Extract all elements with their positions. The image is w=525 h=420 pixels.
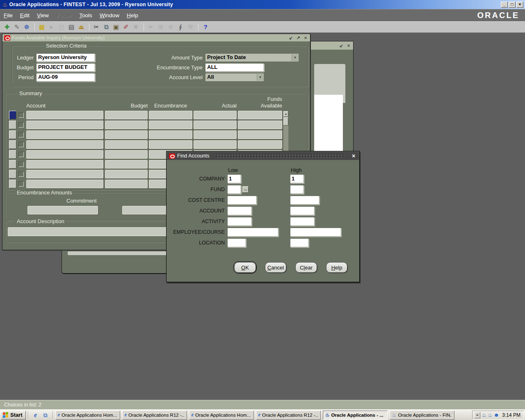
row-checkbox[interactable] [18,112,24,118]
summary-account-cell[interactable] [26,170,103,178]
find-cost-centre-low-field[interactable] [227,196,257,205]
encumbrance-type-field[interactable]: ALL [205,63,264,72]
summary-encumbrance-cell[interactable] [149,130,192,139]
summary-budget-cell[interactable] [105,111,148,119]
row-selector[interactable] [9,111,16,119]
row-checkbox[interactable] [18,142,24,147]
chevron-down-icon[interactable]: ▼ [257,74,263,81]
summary-account-cell[interactable] [26,150,103,159]
summary-account-cell[interactable] [26,160,103,169]
menu-tools[interactable]: Tools [75,9,96,21]
find-cost-centre-high-field[interactable] [290,196,320,205]
find-company-low-field[interactable]: 1 [227,174,241,183]
paste-icon[interactable]: ▣ [112,23,121,32]
clear-record-icon[interactable]: ✐ [121,23,130,32]
budget-field[interactable]: PROJECT BUDGET [36,63,95,72]
menu-edit[interactable]: Edit [16,9,33,21]
restore-down-icon[interactable]: ↙ [338,43,344,48]
help-button[interactable]: Help [326,262,347,273]
close-icon[interactable]: × [346,43,352,48]
copy-icon[interactable]: ⧉ [102,23,111,32]
scrollbar-thumb[interactable] [283,117,288,126]
restore-up-icon[interactable]: ↗ [295,35,301,41]
attachments-icon[interactable]: ∮ [176,23,185,32]
menu-file[interactable]: File [0,9,16,21]
ie-quicklaunch-icon[interactable]: e [32,411,40,419]
cancel-button[interactable]: Cancel [265,262,286,273]
chevron-down-icon[interactable]: ▼ [292,54,298,61]
maximize-icon[interactable]: □ [509,2,516,8]
summary-budget-cell[interactable] [105,121,148,129]
clear-button[interactable]: Clear [295,262,317,273]
find-location-high-field[interactable] [290,238,309,247]
start-button[interactable]: Start [1,411,26,420]
row-selector[interactable] [9,121,16,129]
funds-window-titlebar[interactable]: Funds Available Inquiry (Ryerson Univers… [2,34,310,41]
summary-funds-available-cell[interactable] [238,111,282,119]
java-tray-icon[interactable]: ♨ [488,412,493,418]
row-checkbox[interactable] [18,122,24,128]
find-account-low-field[interactable] [227,206,252,215]
ok-button[interactable]: OK [234,262,256,273]
close-form-icon[interactable]: ⏏ [77,23,86,32]
summary-budget-cell[interactable] [105,160,148,169]
find-employee-course-high-field[interactable] [290,228,341,237]
find-company-high-field[interactable]: 1 [290,174,304,183]
summary-encumbrance-cell[interactable] [149,111,192,119]
summary-budget-cell[interactable] [105,130,148,139]
find-location-low-field[interactable] [227,238,246,247]
amount-type-dropdown[interactable]: Project To Date ▼ [205,53,299,62]
summary-actual-cell[interactable] [194,121,237,129]
close-icon[interactable]: × [350,153,357,159]
row-checkbox[interactable] [18,181,24,187]
summary-budget-cell[interactable] [105,150,148,159]
summary-budget-cell[interactable] [105,140,148,149]
summary-encumbrance-cell[interactable] [149,121,192,129]
taskbar-button[interactable]: ♨Oracle Applications - FIN... [390,411,454,420]
messenger-tray-icon[interactable]: ☻ [494,412,500,418]
navigator-icon[interactable]: ☸ [22,23,31,32]
summary-encumbrance-cell[interactable] [149,140,192,149]
summary-actual-cell[interactable] [194,111,237,119]
ledger-field[interactable]: Ryerson University [36,53,95,62]
summary-actual-cell[interactable] [194,140,237,149]
save-icon[interactable]: ▦ [37,23,46,32]
taskbar-button[interactable]: eOracle Applications Hom... [189,411,254,420]
close-icon[interactable]: × [516,2,523,8]
row-selector[interactable] [9,180,16,188]
find-fund-low-field[interactable] [227,185,241,194]
java-tray-icon[interactable]: ♨ [482,412,486,418]
new-icon[interactable]: ✚ [2,23,11,32]
summary-account-cell[interactable] [26,121,103,129]
tray-chevron-icon[interactable]: « [474,412,480,418]
row-selector[interactable] [9,130,16,139]
row-checkbox[interactable] [18,152,24,157]
find-activity-low-field[interactable] [227,217,252,226]
find-employee-course-low-field[interactable] [227,228,278,237]
scroll-up-icon[interactable]: ▲ [283,111,288,117]
row-selector[interactable] [9,150,16,159]
summary-funds-available-cell[interactable] [238,121,282,129]
account-level-dropdown[interactable]: All ▼ [205,73,264,82]
print-icon[interactable]: ▤ [67,23,76,32]
minimize-icon[interactable]: _ [501,2,508,8]
find-activity-high-field[interactable] [290,217,315,226]
lov-ellipsis-button[interactable]: ... [242,186,249,193]
background-window[interactable]: ↙ × [310,41,354,164]
find-icon[interactable]: ✎ [12,23,21,32]
taskbar-button[interactable]: eOracle Applications R12 -... [122,411,187,420]
find-account-high-field[interactable] [290,206,315,215]
cut-icon[interactable]: ✂ [92,23,101,32]
row-checkbox[interactable] [18,162,24,167]
help-icon[interactable]: ? [201,23,210,32]
menu-window[interactable]: Window [96,9,123,21]
restore-down-icon[interactable]: ↙ [288,35,294,41]
taskbar-button[interactable]: ♨Oracle Applications - ... [323,411,388,420]
summary-account-cell[interactable] [26,180,103,188]
close-icon[interactable]: × [303,35,308,40]
quicklaunch-icon[interactable]: ⧉ [41,411,50,419]
find-accounts-titlebar[interactable]: Find Accounts × [167,152,359,160]
summary-budget-cell[interactable] [105,180,148,188]
summary-account-cell[interactable] [26,140,103,149]
row-selector[interactable] [9,170,16,178]
